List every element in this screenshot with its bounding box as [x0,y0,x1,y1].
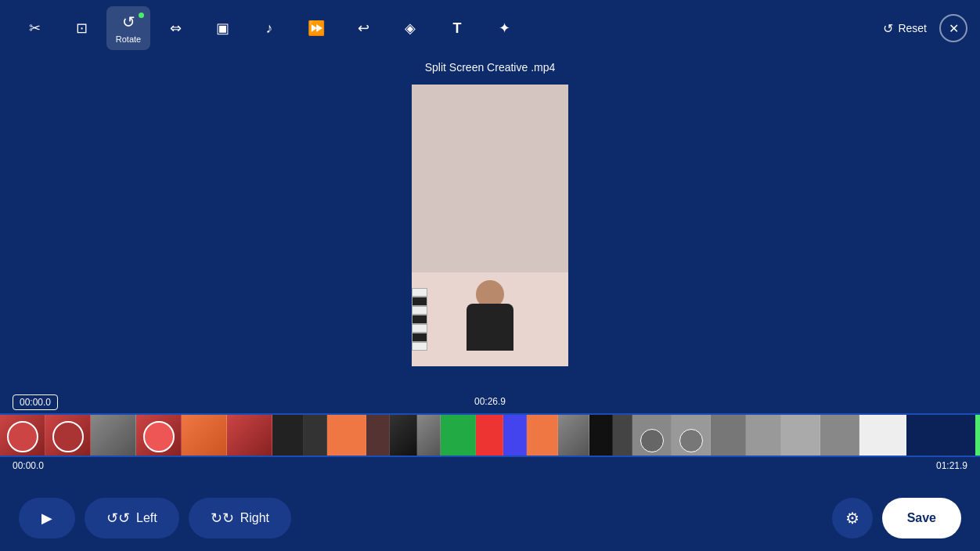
piano-key-5 [412,324,427,333]
gear-icon [845,509,859,528]
left-label: Left [136,511,157,525]
thumb-frame-16 [527,415,558,456]
track-segment-3 [327,415,390,456]
reset-label: Reset [898,22,927,34]
tool-reverse[interactable] [341,6,385,50]
time-bottom-right: 01:21.9 [936,460,967,471]
rotate-icon [122,13,135,31]
thumb-frame-8 [304,415,327,456]
preview-bottom-half [412,272,568,366]
save-label: Save [907,511,936,525]
left-button[interactable]: ↺ Left [85,498,179,538]
volume-icon [266,20,273,37]
piano-key-1 [412,288,427,297]
track-segment-10 [781,415,859,456]
thumb-frame-25 [820,415,859,456]
thumb-frame-23 [746,415,781,456]
reverse-icon [358,20,369,37]
track-segment-9 [711,415,781,456]
track-segment-5 [441,415,527,456]
effect-icon [499,20,510,37]
crop-icon [76,20,88,37]
thumb-frame-9 [327,415,366,456]
text-icon [453,20,462,37]
reset-button[interactable]: Reset [874,15,936,42]
track-segment-8 [632,415,711,456]
toolbar: Rotate Reset [0,0,980,56]
thumb-frame-12 [417,415,441,456]
piano-keys [412,288,427,351]
right-rotate-icon: ↻ [211,510,234,527]
tool-text[interactable] [435,6,479,50]
timeline-top-times: 00:00.0 00:26.9 [0,394,980,413]
close-button[interactable] [939,14,967,42]
thumb-frame-26 [859,415,906,456]
play-icon [41,510,52,527]
thumb-frame-10 [366,415,390,456]
timeline-area: 00:00.0 00:26.9 [0,394,980,473]
track-segment-6 [527,415,589,456]
tool-speed[interactable] [294,6,338,50]
mirror-icon [170,20,182,37]
scissors-icon [29,20,41,37]
tool-scissors[interactable] [13,6,56,50]
thumb-frame-7 [272,415,304,456]
thumb-frame-3 [91,415,136,456]
thumb-frame-4 [136,415,182,456]
thumb-frame-13 [441,415,476,456]
tool-volume[interactable] [247,6,291,50]
thumb-frame-21 [672,415,711,456]
play-button[interactable] [19,498,75,538]
active-indicator [139,13,144,18]
thumb-frame-6 [227,415,272,456]
thumb-frame-17 [558,415,589,456]
thumb-frame-1 [0,415,45,456]
time-current: 00:00.0 [13,394,58,410]
piano-key-3 [412,306,427,315]
close-icon [949,20,959,37]
time-bottom-left: 00:00.0 [13,460,44,471]
thumb-frame-5 [182,415,227,456]
track-segment-11 [859,415,906,456]
tool-screen[interactable] [200,6,244,50]
thumb-frame-20 [632,415,672,456]
left-rotate-icon: ↺ [106,510,130,527]
piano-key-6 [412,333,427,341]
thumb-frame-18 [589,415,613,456]
thumb-frame-19 [613,415,632,456]
time-mid: 00:26.9 [470,394,510,409]
preview-top-half [412,85,568,272]
tool-rotate[interactable]: Rotate [106,6,150,50]
save-button[interactable]: Save [882,498,961,538]
file-name: Split Screen Creative .mp4 [425,61,556,74]
speed-icon [308,20,325,37]
reset-icon [883,21,893,36]
timeline-bottom-times: 00:00.0 01:21.9 [0,457,980,471]
person-torso [467,304,513,351]
tool-effect[interactable] [482,6,526,50]
settings-button[interactable] [832,498,873,538]
right-label: Right [240,511,269,525]
timeline-end-marker [975,415,980,456]
track-segment-4 [390,415,441,456]
track-segment-2 [272,415,327,456]
tool-mirror[interactable] [153,6,197,50]
piano-key-7 [412,342,427,351]
person-figure [451,280,529,366]
thumb-frame-11 [390,415,417,456]
rotate-label: Rotate [116,34,141,44]
bottom-controls: ↺ Left ↻ Right Save [0,498,980,538]
piano-key-2 [412,297,427,305]
thumb-frame-14 [476,415,503,456]
thumb-frame-24 [781,415,820,456]
thumb-frame-15 [503,415,527,456]
right-button[interactable]: ↻ Right [189,498,291,538]
thumb-frame-22 [711,415,746,456]
tool-crop[interactable] [59,6,103,50]
thumb-frame-2 [45,415,91,456]
piano-key-4 [412,315,427,323]
tool-layer[interactable] [388,6,432,50]
layer-icon [405,20,416,37]
timeline-track[interactable] [0,413,980,457]
screen-icon [216,20,229,37]
